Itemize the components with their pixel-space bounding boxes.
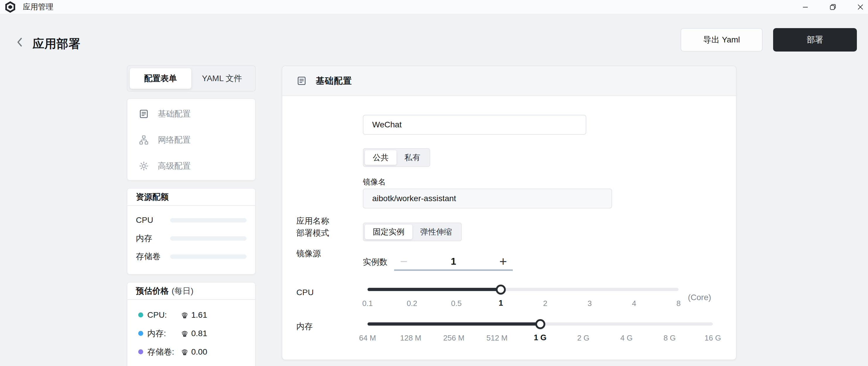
memory-slider-label: 内存 [297,321,313,332]
price-dot [138,312,143,317]
minimize-icon[interactable] [801,3,809,11]
replicas-stepper: − 1 + [394,253,513,271]
tab-yaml-file[interactable]: YAML 文件 [191,68,253,89]
price-dot [138,331,143,336]
app-logo-icon [4,1,16,13]
gear-icon [138,161,149,171]
config-mode-tabs: 配置表单 YAML 文件 [127,65,256,92]
price-dot [138,349,143,354]
plus-button[interactable]: + [499,255,507,268]
image_source-option-1[interactable]: 私有 [397,150,428,165]
price-value: 1.61 [191,310,207,320]
slider-tick-label: 2 G [564,334,602,342]
price-value: 0.00 [191,347,207,357]
deploy-button[interactable]: 部署 [773,28,857,52]
tab-config-form[interactable]: 配置表单 [130,68,191,89]
slider-tick-label: 256 M [435,334,473,342]
quota-label: CPU [136,215,170,225]
slider-thumb[interactable] [496,284,506,295]
image-source-label: 镜像源 [297,248,321,259]
price-row: 内存:0.81 [138,324,255,342]
quota-progress-bar [170,236,247,241]
price-label: 内存: [147,328,181,339]
quota-row: CPU [136,211,247,229]
replicas-label: 实例数 [363,256,394,268]
window-app-title: 应用管理 [23,2,53,12]
sidebar-item-0[interactable]: 基础配置 [127,101,255,127]
replicas-value: 1 [451,256,456,267]
close-icon[interactable] [856,3,865,11]
price-label: CPU: [147,310,181,320]
resource-quota-card: 资源配额 CPU内存存储卷 [127,188,256,275]
sidebar-item-label: 基础配置 [158,108,191,119]
back-button[interactable] [13,35,27,49]
export-yaml-button[interactable]: 导出 Yaml [681,28,763,52]
deploy_mode-option-0[interactable]: 固定实例 [365,224,412,239]
slider-tick-label: 4 G [608,334,645,342]
sidebar-item-label: 高级配置 [158,160,191,172]
slider-tick-label: 4 [615,299,653,308]
form-icon [297,75,307,86]
minus-button[interactable]: − [400,255,408,268]
slider-tick-label: 0.2 [393,299,431,308]
window-titlebar: 应用管理 [0,0,868,14]
slider-tick-label: 16 G [694,334,732,342]
deploy_mode-option-1[interactable]: 弹性伸缩 [412,224,460,239]
cpu-slider: 0.10.20.512348 [368,284,679,296]
shell-icon [181,329,189,337]
replicas-row: 实例数 − 1 + [363,253,513,271]
slider-track[interactable] [368,288,679,291]
image_source-option-0[interactable]: 公共 [365,150,397,165]
slider-tick-label: 8 G [651,334,689,342]
form-icon [138,109,149,119]
chevron-left-icon [13,36,26,49]
app-name-label: 应用名称 [297,215,329,226]
network-icon [138,135,149,145]
page-title: 应用部署 [32,36,81,52]
restore-icon[interactable] [829,3,837,11]
quota-progress-bar [170,218,247,222]
basic-config-panel: 基础配置 应用名称 WeChat 镜像源 公共私有 镜像名 aibotk/wor… [282,66,737,360]
estimated-price-card: 预估价格 (每日) CPU:1.61内存:0.81存储卷:0.00 [127,282,256,366]
price-title: 预估价格 [136,285,169,297]
section-nav: 基础配置网络配置高级配置 [127,98,256,181]
shell-icon [181,348,189,356]
slider-fill [368,288,501,291]
image-name-input[interactable]: aibotk/worker-assistant [363,189,612,209]
image-name-value: aibotk/worker-assistant [372,194,456,203]
cpu-slider-label: CPU [297,288,314,297]
sidebar-item-1[interactable]: 网络配置 [127,127,255,153]
slider-tick-label: 1 G [521,333,559,342]
quota-label: 内存 [136,233,170,244]
slider-tick-label: 128 M [392,334,430,342]
sidebar-item-2[interactable]: 高级配置 [127,153,255,179]
quota-progress-bar [170,254,247,259]
cpu-unit-label: (Core) [688,293,711,302]
slider-tick-label: 1 [482,299,520,308]
shell-icon [181,311,189,319]
deploy-mode-toggle: 固定实例弹性伸缩 [363,222,462,241]
slider-tick-label: 3 [571,299,609,308]
app-name-input[interactable]: WeChat [363,115,586,135]
slider-tick-label: 0.5 [437,299,475,308]
slider-thumb[interactable] [535,319,545,329]
price-label: 存储卷: [147,346,181,358]
image-source-toggle: 公共私有 [363,148,430,167]
quota-row: 内存 [136,229,247,247]
price-row: 存储卷:0.00 [138,342,255,361]
price-row: CPU:1.61 [138,306,255,324]
price-value: 0.81 [191,329,207,338]
deploy-mode-label: 部署模式 [297,227,329,239]
basic-config-header: 基础配置 [282,66,736,96]
slider-tick-label: 64 M [348,334,386,342]
image-name-label: 镜像名 [363,177,386,187]
section-title: 基础配置 [316,75,352,87]
price-subtitle: (每日) [172,285,193,297]
quota-title: 资源配额 [136,191,169,203]
slider-tick-label: 512 M [478,334,516,342]
sidebar-item-label: 网络配置 [158,134,191,146]
slider-tick-label: 2 [526,299,564,308]
memory-slider: 64 M128 M256 M512 M1 G2 G4 G8 G16 G [368,318,713,330]
quota-label: 存储卷 [136,251,170,262]
slider-fill [368,323,540,326]
